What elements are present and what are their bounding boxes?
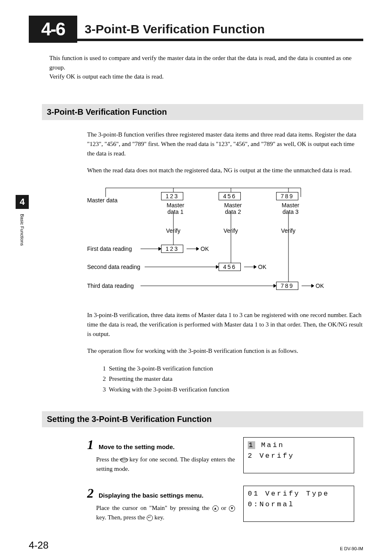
doc-code: E DV-90-IM xyxy=(340,546,363,551)
body-paragraph: In 3-point-B verification, three data it… xyxy=(87,310,363,339)
step-body: Press the MENU key for one second. The d… xyxy=(96,455,235,473)
diagram-reading-label: Third data reading xyxy=(87,283,134,289)
diagram-reading-box: 123 xyxy=(161,245,183,253)
diagram-verify-label: Verify xyxy=(166,227,180,234)
subsection-heading: 3-Point-B Verification Function xyxy=(42,104,363,120)
section-number: 4-6 xyxy=(29,16,77,43)
side-tab-label: Basic Functions xyxy=(20,214,25,246)
page-number: 4-28 xyxy=(29,540,48,551)
intro-paragraph: This function is used to compare and ver… xyxy=(49,53,363,81)
step-title: Displaying the basic settings menu. xyxy=(99,492,203,499)
diagram-master-box: 789 xyxy=(276,192,298,200)
diagram-reading-label: Second data reading xyxy=(87,264,140,270)
page-title: 3-Point-B Verification Function xyxy=(85,22,363,36)
header: 4-6 3-Point-B Verification Function xyxy=(29,15,363,44)
step-body: Place the cursor on "Main" by pressing t… xyxy=(96,503,235,522)
diagram-reading-box: 456 xyxy=(219,263,241,271)
step-number: 2 xyxy=(87,486,94,501)
body-paragraph: The operation flow for working with the … xyxy=(87,346,363,356)
side-tab: 4 Basic Functions xyxy=(16,195,29,246)
numbered-list: 1 Setting the 3-point-B verification fun… xyxy=(103,364,363,395)
diagram-result-label: OK xyxy=(201,246,209,252)
list-item: 3 Working with the 3-point-B verificatio… xyxy=(103,385,363,395)
diagram-master-box: 123 xyxy=(161,192,183,200)
list-item: 1 Setting the 3-point-B verification fun… xyxy=(103,364,363,374)
down-key-icon: ▼ xyxy=(229,505,235,512)
lcd-display: 1 Main 2 Verify xyxy=(243,437,354,473)
up-key-icon: ▲ xyxy=(212,505,219,512)
side-tab-number: 4 xyxy=(16,195,29,209)
step: 1 Move to the setting mode. Press the ME… xyxy=(87,437,363,473)
diagram-verify-label: Verify xyxy=(281,227,295,234)
body-paragraph: The 3-point-B function verifies three re… xyxy=(87,130,363,159)
step-number: 1 xyxy=(87,437,94,452)
intro-line1: This function is used to compare and ver… xyxy=(49,53,363,72)
diagram-master-label: Master data xyxy=(87,197,118,204)
page-footer: 4-28 E DV-90-IM xyxy=(29,540,363,551)
diagram-result-label: OK xyxy=(316,283,324,289)
diagram-master-label: Master data 2 xyxy=(222,202,244,216)
diagram-result-label: OK xyxy=(258,264,266,270)
intro-line2: Verify OK is output each time the data i… xyxy=(49,72,363,81)
diagram-reading-label: First data reading xyxy=(87,246,132,252)
verification-diagram: Master data 123 Master data 1 456 Master… xyxy=(87,184,338,303)
menu-key-icon: MENU xyxy=(120,458,128,462)
diagram-verify-label: Verify xyxy=(224,227,238,234)
step: 2 Displaying the basic settings menu. Pl… xyxy=(87,486,363,522)
step-title: Move to the setting mode. xyxy=(99,443,175,450)
lcd-display: 01 Verify Type 0:Normal xyxy=(243,486,354,522)
subsection-heading: Setting the 3-Point-B Verification Funct… xyxy=(42,411,363,427)
diagram-reading-box: 789 xyxy=(276,282,298,290)
diagram-master-label: Master data 1 xyxy=(164,202,187,216)
diagram-master-label: Master data 3 xyxy=(279,202,302,216)
body-paragraph: When the read data does not match the re… xyxy=(87,166,363,175)
list-item: 2 Presetting the master data xyxy=(103,374,363,385)
enter-key-icon: ↵ xyxy=(147,515,153,521)
diagram-master-box: 456 xyxy=(219,192,241,200)
